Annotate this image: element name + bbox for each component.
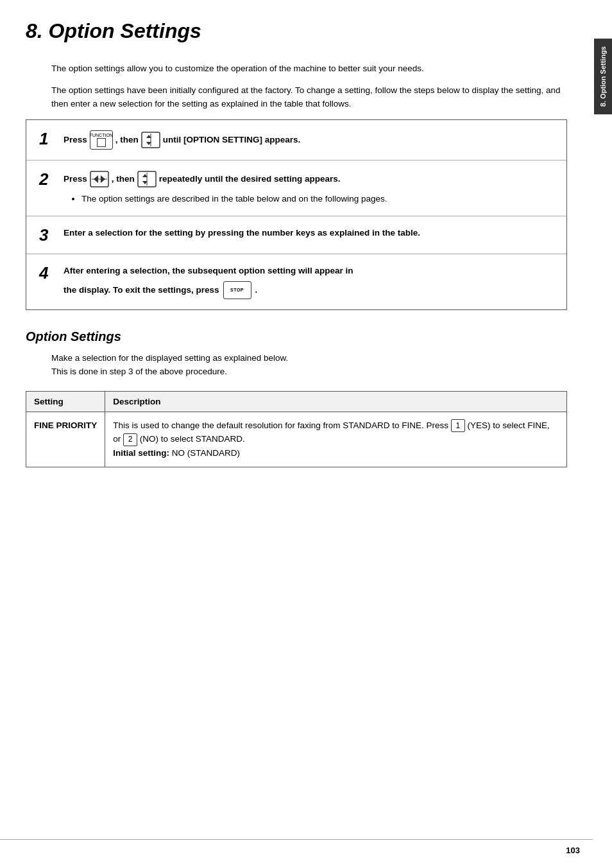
intro-para2: The option settings have been initially …	[51, 84, 567, 110]
key-2-icon: 2	[123, 433, 137, 446]
steps-box: 1 Press FUNCTION , then	[26, 119, 567, 311]
fine-priority-initial-value: NO (STANDARD)	[172, 448, 240, 458]
option-settings-heading: Option Settings	[26, 329, 567, 344]
step-2-repeatedly-label: repeatedly until the desired setting app…	[159, 173, 341, 186]
section-intro: Make a selection for the displayed setti…	[51, 352, 567, 378]
bottom-divider	[0, 839, 593, 840]
key-1-icon: 1	[451, 419, 465, 432]
step-4-line2: the display. To exit the settings, press…	[64, 281, 554, 299]
step-4-text-line2: the display. To exit the settings, press	[64, 284, 219, 297]
nav-up-down-icon-1	[141, 132, 160, 148]
step-2-content: Press , then	[64, 171, 554, 205]
page-number: 103	[566, 846, 580, 855]
section-intro-line1: Make a selection for the displayed setti…	[51, 352, 567, 365]
step-2-row: 2 Press , then	[26, 161, 566, 216]
table-header-row: Setting Description	[26, 391, 567, 412]
step-3-number: 3	[39, 227, 57, 243]
step-2-number: 2	[39, 171, 57, 187]
step-1-content: Press FUNCTION , then	[64, 130, 554, 150]
step-4-content: After entering a selection, the subseque…	[64, 265, 554, 299]
table-cell-setting: FINE PRIORITY	[26, 412, 105, 467]
table-cell-description: This is used to change the default resol…	[105, 412, 567, 467]
step-1-row: 1 Press FUNCTION , then	[26, 120, 566, 161]
step-1-press-label: Press	[64, 134, 87, 146]
side-tab-label: 8. Option Settings	[599, 46, 608, 107]
step-3-main-line: Enter a selection for the setting by pre…	[64, 227, 554, 239]
step-2-main-line: Press , then	[64, 171, 554, 187]
fine-priority-desc-part1: This is used to change the default resol…	[113, 421, 448, 430]
step-1-until-label: until [OPTION SETTING] appears.	[163, 134, 301, 146]
section-intro-line2: This is done in step 3 of the above proc…	[51, 365, 567, 378]
step-2-bullets: The option settings are described in the…	[70, 193, 554, 205]
stop-button-icon: STOP	[223, 281, 251, 299]
nav-up-down-icon-2	[137, 171, 157, 187]
step-2-press-label: Press	[64, 173, 87, 186]
step-4-number: 4	[39, 265, 57, 281]
fine-priority-desc-part3: (NO) to select STANDARD.	[140, 434, 245, 444]
fine-priority-initial-label: Initial setting:	[113, 448, 169, 458]
fine-priority-label: FINE PRIORITY	[34, 421, 97, 430]
nav-left-icon-2	[90, 171, 109, 187]
main-content: 8. Option Settings The option settings a…	[0, 0, 593, 506]
settings-table: Setting Description FINE PRIORITY This i…	[26, 391, 567, 467]
step-4-row: 4 After entering a selection, the subseq…	[26, 254, 566, 309]
step-4-main-line: After entering a selection, the subseque…	[64, 265, 554, 277]
step-1-then-label: , then	[115, 134, 139, 146]
step-1-number: 1	[39, 130, 57, 147]
table-header-description: Description	[105, 391, 567, 412]
step-4-period: .	[255, 284, 258, 297]
step-3-text: Enter a selection for the setting by pre…	[64, 227, 420, 239]
page-wrapper: 8. Option Settings 8. Option Settings Th…	[0, 0, 612, 868]
side-tab: 8. Option Settings	[594, 39, 612, 114]
intro-para1: The option settings allow you to customi…	[51, 62, 567, 75]
table-row: FINE PRIORITY This is used to change the…	[26, 412, 567, 467]
step-1-main-line: Press FUNCTION , then	[64, 130, 554, 150]
step-3-content: Enter a selection for the setting by pre…	[64, 227, 554, 239]
step-2-then-label: , then	[112, 173, 135, 186]
function-button-icon: FUNCTION	[90, 130, 113, 150]
step-4-text-line1: After entering a selection, the subseque…	[64, 265, 353, 277]
step-3-row: 3 Enter a selection for the setting by p…	[26, 216, 566, 254]
step-2-bullet-1: The option settings are described in the…	[81, 193, 554, 205]
table-header-setting: Setting	[26, 391, 105, 412]
page-title: 8. Option Settings	[26, 19, 567, 43]
